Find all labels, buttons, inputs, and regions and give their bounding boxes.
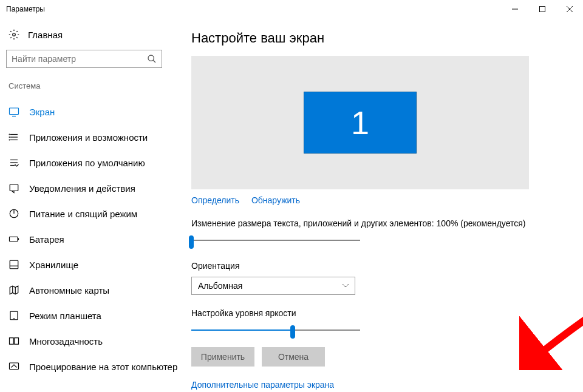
power-icon	[9, 208, 19, 219]
svg-rect-18	[10, 184, 18, 191]
sidebar-item-label: Хранилище	[29, 260, 78, 270]
storage-icon	[9, 259, 19, 270]
search-icon	[147, 54, 157, 64]
tablet-icon	[9, 310, 19, 321]
apply-button[interactable]: Применить	[191, 347, 254, 367]
orientation-label: Ориентация	[191, 261, 565, 271]
sidebar-item-label: Экран	[29, 107, 55, 117]
monitor-number: 1	[351, 104, 369, 141]
sidebar-item-label: Питание и спящий режим	[29, 209, 137, 219]
identify-link[interactable]: Определить	[191, 195, 239, 205]
sidebar: Главная Система ЭкранПриложения и возмож…	[0, 18, 179, 392]
window-controls	[501, 0, 583, 18]
svg-rect-21	[10, 237, 18, 242]
default-apps-icon	[9, 157, 19, 168]
brightness-label: Настройка уровня яркости	[191, 308, 565, 318]
sidebar-item-6[interactable]: Хранилище	[6, 252, 179, 277]
nav-list: ЭкранПриложения и возможностиПриложения …	[6, 99, 179, 379]
sidebar-item-3[interactable]: Уведомления и действия	[6, 175, 179, 201]
home-link[interactable]: Главная	[6, 29, 179, 40]
svg-point-4	[13, 33, 16, 36]
sidebar-item-2[interactable]: Приложения по умолчанию	[6, 150, 179, 175]
svg-point-13	[9, 137, 10, 138]
maps-icon	[9, 285, 19, 296]
sidebar-item-label: Режим планшета	[29, 311, 101, 321]
svg-marker-25	[10, 286, 18, 294]
monitor-actions: Определить Обнаружить	[191, 195, 565, 205]
svg-rect-31	[15, 338, 19, 345]
svg-rect-1	[539, 7, 545, 12]
svg-rect-7	[10, 108, 19, 115]
sidebar-item-label: Проецирование на этот компьютер	[29, 362, 177, 372]
minimize-button[interactable]	[501, 0, 528, 18]
monitor-1[interactable]: 1	[304, 92, 417, 154]
sidebar-item-label: Приложения по умолчанию	[29, 158, 145, 168]
sidebar-item-7[interactable]: Автономные карты	[6, 277, 179, 303]
svg-rect-32	[10, 363, 19, 370]
apps-icon	[9, 132, 19, 143]
gear-icon	[9, 29, 19, 40]
chevron-down-icon	[343, 284, 349, 288]
svg-point-5	[148, 55, 154, 61]
sidebar-item-label: Многозадачность	[29, 336, 103, 346]
sidebar-item-4[interactable]: Питание и спящий режим	[6, 201, 179, 226]
sidebar-item-1[interactable]: Приложения и возможности	[6, 124, 179, 150]
scale-label: Изменение размера текста, приложений и д…	[191, 218, 565, 228]
svg-rect-23	[10, 260, 18, 269]
svg-point-14	[9, 140, 10, 140]
main-panel: Настройте ваш экран 1 Определить Обнаруж…	[179, 18, 583, 392]
search-field[interactable]	[12, 54, 147, 64]
home-label: Главная	[28, 30, 63, 40]
brightness-slider[interactable]	[191, 324, 360, 336]
sidebar-item-9[interactable]: Многозадачность	[6, 328, 179, 354]
cancel-button[interactable]: Отмена	[262, 347, 325, 367]
button-row: Применить Отмена	[191, 347, 565, 367]
sidebar-item-label: Приложения и возможности	[29, 132, 148, 143]
detect-link[interactable]: Обнаружить	[251, 195, 300, 205]
display-icon	[9, 106, 19, 117]
orientation-dropdown[interactable]: Альбомная	[191, 277, 355, 295]
battery-icon	[9, 234, 19, 245]
sidebar-item-0[interactable]: Экран	[6, 99, 179, 124]
svg-rect-30	[10, 338, 14, 345]
sidebar-item-5[interactable]: Батарея	[6, 226, 179, 252]
scale-slider[interactable]	[191, 234, 360, 246]
notifications-icon	[9, 183, 19, 194]
monitor-preview[interactable]: 1	[191, 56, 529, 189]
orientation-value: Альбомная	[198, 281, 343, 291]
svg-line-6	[153, 60, 155, 63]
sidebar-item-8[interactable]: Режим планшета	[6, 303, 179, 328]
section-title: Система	[6, 81, 179, 90]
page-title: Настройте ваш экран	[191, 30, 565, 46]
sidebar-item-label: Автономные карты	[29, 285, 109, 296]
maximize-button[interactable]	[528, 0, 556, 18]
sidebar-item-10[interactable]: Проецирование на этот компьютер	[6, 354, 179, 379]
close-button[interactable]	[556, 0, 583, 18]
sidebar-item-label: Батарея	[29, 234, 64, 245]
sidebar-item-label: Уведомления и действия	[29, 183, 135, 194]
project-icon	[9, 361, 19, 372]
window-title: Параметры	[6, 5, 45, 13]
advanced-settings-link[interactable]: Дополнительные параметры экрана	[191, 380, 334, 390]
multitask-icon	[9, 336, 19, 346]
search-input[interactable]	[6, 50, 162, 68]
titlebar: Параметры	[0, 0, 583, 18]
svg-point-12	[9, 134, 10, 135]
